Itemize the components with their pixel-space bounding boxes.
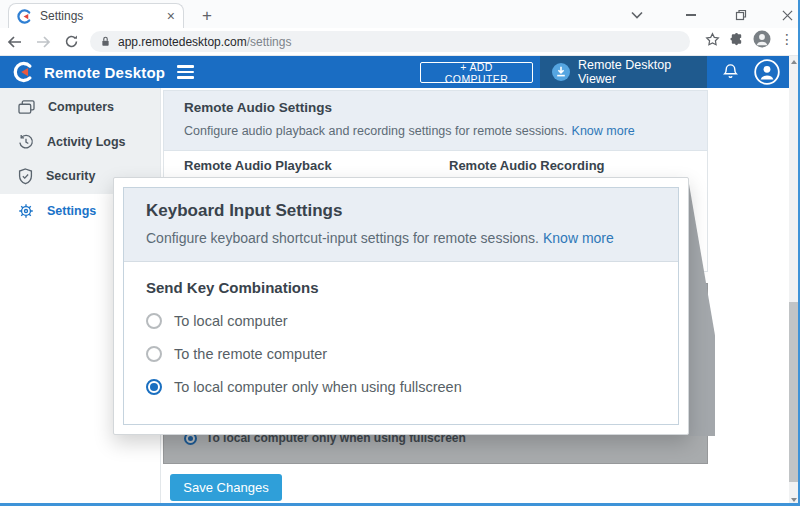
restore-button[interactable] <box>726 6 756 24</box>
sidebar-item-activity-logs[interactable]: Activity Logs <box>0 125 160 159</box>
send-key-combinations-title: Send Key Combinations <box>146 279 656 296</box>
radio-selected-icon[interactable] <box>146 379 162 395</box>
save-changes-button[interactable]: Save Changes <box>170 474 282 501</box>
radio-option-local-fullscreen[interactable]: To local computer only when using fullsc… <box>146 379 656 395</box>
section-description: Configure audio playback and recording s… <box>184 124 635 138</box>
hamburger-menu-icon[interactable] <box>177 65 194 78</box>
radio-option-remote-computer[interactable]: To the remote computer <box>146 346 656 362</box>
app-header: Remote Desktop + ADD COMPUTER Remote Des… <box>0 56 800 88</box>
close-icon <box>782 10 793 21</box>
add-computer-button[interactable]: + ADD COMPUTER <box>420 62 533 83</box>
download-icon <box>552 63 570 81</box>
forward-icon <box>35 34 51 50</box>
address-bar[interactable]: app.remotedesktop.com/settings <box>90 31 690 52</box>
modal-description: Configure keyboard shortcut-input settin… <box>146 230 656 246</box>
viewer-button-label: Remote Desktop Viewer <box>578 58 707 86</box>
browser-menu-dots-icon[interactable]: ⋮ <box>780 31 794 47</box>
keyboard-input-settings-modal: Keyboard Input Settings Configure keyboa… <box>113 177 689 435</box>
sidebar-item-label: Settings <box>47 204 96 218</box>
extensions-puzzle-icon[interactable] <box>729 32 744 47</box>
back-icon <box>7 34 23 50</box>
tab-strip: Settings × + <box>0 0 800 28</box>
know-more-link[interactable]: Know more <box>572 124 635 138</box>
account-avatar-icon[interactable] <box>754 59 780 89</box>
browser-tab-settings[interactable]: Settings × <box>8 3 184 28</box>
scrollbar-up-arrow[interactable] <box>789 56 798 68</box>
bookmark-star-icon[interactable] <box>705 32 720 47</box>
security-shield-icon <box>18 168 33 185</box>
url-text: app.remotedesktop.com/settings <box>118 35 291 49</box>
brand-logo-icon <box>12 61 34 87</box>
lock-icon <box>100 35 111 48</box>
modal-know-more-link[interactable]: Know more <box>543 230 614 246</box>
tab-title: Settings <box>40 9 159 23</box>
settings-gear-icon <box>18 203 34 219</box>
url-domain: app.remotedesktop.com <box>118 35 247 49</box>
browser-toolbar: app.remotedesktop.com/settings <box>0 28 800 56</box>
section-title: Remote Audio Settings <box>184 100 332 115</box>
page-scrollbar[interactable] <box>789 56 798 506</box>
new-tab-button[interactable]: + <box>196 5 218 27</box>
brand-name: Remote Desktop <box>44 64 165 81</box>
refresh-icon <box>64 34 79 49</box>
radio-unselected-icon[interactable] <box>146 313 162 329</box>
sidebar-item-label: Security <box>46 169 95 183</box>
close-window-button[interactable] <box>772 6 800 24</box>
sidebar-item-label: Computers <box>48 100 114 114</box>
profile-avatar-icon[interactable] <box>753 30 771 48</box>
modal-title: Keyboard Input Settings <box>146 201 656 221</box>
refresh-button[interactable] <box>58 30 84 54</box>
radio-option-local-computer[interactable]: To local computer <box>146 313 656 329</box>
scrollbar-thumb[interactable] <box>789 302 798 482</box>
tab-close-icon[interactable]: × <box>167 9 175 23</box>
tab-search-chevron-icon[interactable] <box>622 6 652 24</box>
activity-logs-icon <box>18 134 34 150</box>
audio-playback-header: Remote Audio Playback <box>184 158 332 173</box>
toolbar-right-icons: ⋮ <box>705 30 794 48</box>
forward-button[interactable] <box>30 30 56 54</box>
sidebar-item-label: Activity Logs <box>47 135 126 149</box>
audio-recording-header: Remote Audio Recording <box>449 158 605 173</box>
modal-frame: Keyboard Input Settings Configure keyboa… <box>123 187 679 425</box>
minimize-icon <box>686 14 696 16</box>
url-path: /settings <box>247 35 292 49</box>
restore-icon <box>735 9 747 21</box>
radio-unselected-icon[interactable] <box>146 346 162 362</box>
browser-window: Settings × + app.remotedesktop.com <box>0 0 800 506</box>
modal-header: Keyboard Input Settings Configure keyboa… <box>124 188 678 262</box>
modal-body: Send Key Combinations To local computer … <box>124 262 678 424</box>
notifications-bell-icon[interactable] <box>722 63 739 84</box>
computers-icon <box>18 100 35 115</box>
minimize-button[interactable] <box>676 6 706 24</box>
sidebar-item-computers[interactable]: Computers <box>0 90 160 124</box>
remote-desktop-viewer-button[interactable]: Remote Desktop Viewer <box>540 56 707 88</box>
app-favicon-icon <box>17 9 32 24</box>
back-button[interactable] <box>2 30 28 54</box>
remote-audio-settings-section: Remote Audio Settings Configure audio pl… <box>163 90 708 151</box>
